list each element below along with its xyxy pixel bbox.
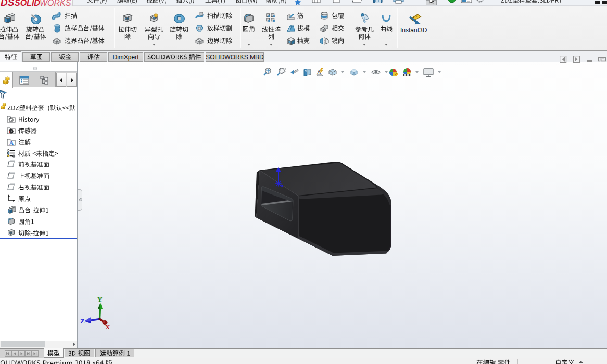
svg-text:X: X (105, 323, 110, 331)
svg-text:Z: Z (80, 317, 85, 325)
svg-text:A: A (9, 139, 14, 146)
svg-text:Y: Y (97, 296, 103, 303)
